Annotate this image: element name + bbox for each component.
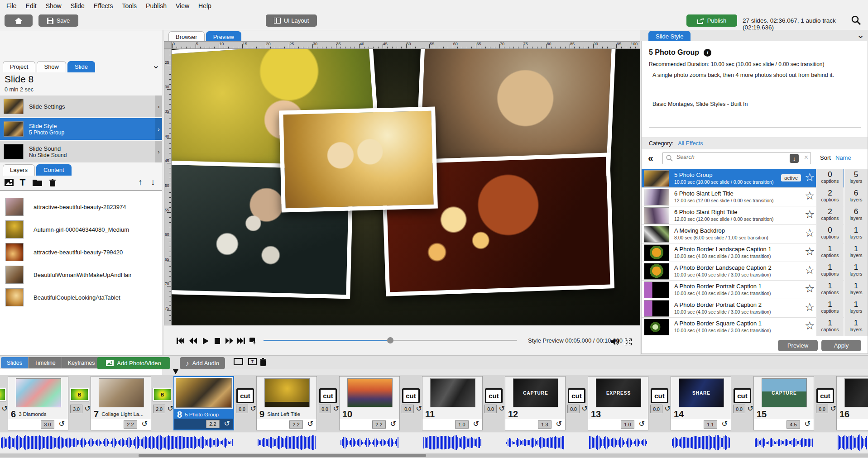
transition-duration-value[interactable]: 0.0 [567, 405, 580, 413]
favorite-star-icon[interactable]: ☆ [805, 208, 815, 221]
timeline-slide-14[interactable]: SHARE141.1↺ [671, 376, 731, 430]
delete-layer-icon[interactable] [47, 177, 58, 188]
slide-duration-value[interactable]: 1.0 [455, 420, 469, 429]
timeline-transition[interactable]: cut0.0↺ [731, 375, 753, 430]
menu-item-file[interactable]: File [2, 2, 21, 10]
preview-canvas[interactable] [172, 49, 640, 325]
timeline-slide-9[interactable]: 9Slant Left Title2.2↺ [256, 376, 317, 430]
favorite-star-icon[interactable]: ☆ [805, 282, 815, 295]
reset-transition-icon[interactable]: ↺ [830, 404, 836, 413]
tab-show[interactable]: Show [37, 61, 66, 72]
skip-end-button[interactable] [235, 335, 246, 346]
collage-photo-couple-tablet[interactable] [279, 107, 438, 213]
menu-item-view[interactable]: View [171, 2, 194, 10]
transition-duration-value[interactable]: 0.0 [650, 405, 662, 413]
favorite-star-icon[interactable]: ☆ [805, 189, 815, 202]
timeline-transition[interactable]: cut0.0↺ [234, 375, 256, 430]
timeline-transition[interactable]: cut0.0↺ [814, 375, 836, 430]
slide-setting-item[interactable]: Slide SoundNo Slide Sound› [0, 141, 162, 162]
timeline-slide-11[interactable]: 111.0↺ [422, 376, 483, 430]
info-icon[interactable]: i [704, 49, 711, 57]
setting-expand-icon[interactable]: › [155, 118, 162, 140]
setting-expand-icon[interactable]: › [155, 95, 162, 117]
reset-duration-icon[interactable]: ↺ [142, 420, 148, 428]
timeline-slide-8[interactable]: 85 Photo Group2.2↺ [173, 376, 234, 430]
reset-duration-icon[interactable]: ↺ [307, 420, 313, 428]
reset-transition-icon[interactable]: ↺ [665, 404, 671, 413]
publish-button[interactable]: Publish [686, 14, 737, 27]
reset-transition-icon[interactable]: ↺ [582, 404, 588, 413]
play-button[interactable] [200, 335, 211, 346]
add-audio-button[interactable]: ♪ Add Audio [180, 357, 225, 369]
transition-duration-value[interactable]: 0.0 [319, 405, 331, 413]
skip-start-button[interactable] [175, 335, 186, 346]
slide-duration-value[interactable]: 2.2 [289, 420, 303, 429]
view-tab-slides[interactable]: Slides [1, 357, 29, 368]
reset-duration-icon[interactable]: ↺ [722, 420, 728, 428]
favorite-star-icon[interactable]: ☆ [805, 245, 815, 258]
delete-slide-icon[interactable] [260, 358, 266, 366]
slide-duration-value[interactable]: 2.2 [206, 420, 220, 428]
slide-duration-value[interactable]: 1.1 [704, 420, 717, 429]
timeline-scrollbar-thumb[interactable] [139, 454, 426, 457]
timeline-transition[interactable]: cut0.0↺ [483, 375, 505, 430]
transition-duration-value[interactable]: 0.0 [733, 405, 745, 413]
fast-forward-button[interactable] [224, 335, 235, 346]
effect-row[interactable]: A Moving Backdrop8.00 sec (6.00 sec slid… [642, 225, 868, 243]
effect-row[interactable]: 5 Photo Group10.00 sec (10.00 sec slide … [642, 169, 868, 188]
preview-seek-slider[interactable] [264, 340, 517, 341]
move-layer-up-icon[interactable]: ↑ [135, 177, 146, 188]
save-button[interactable]: Save [38, 14, 78, 27]
render-preview-button[interactable] [247, 335, 258, 346]
slide-duration-value[interactable]: 2.2 [124, 420, 137, 429]
search-download-icon[interactable]: ↓ [790, 154, 799, 163]
menu-item-tools[interactable]: Tools [117, 2, 141, 10]
reset-transition-icon[interactable]: ↺ [416, 404, 422, 413]
preview-style-button[interactable]: Preview [778, 340, 818, 351]
collapse-list-icon[interactable]: « [648, 153, 653, 163]
audio-waveform[interactable] [0, 433, 868, 453]
ui-layout-button[interactable]: UI Layout [266, 14, 317, 27]
transition-duration-value[interactable]: 3.0 [70, 405, 82, 413]
reset-transition-icon[interactable]: ↺ [168, 404, 173, 413]
favorite-star-icon[interactable]: ☆ [805, 319, 815, 332]
timeline-slide-15[interactable]: CAPTURE154.5↺ [753, 376, 814, 430]
timeline-transition[interactable]: B3.0↺ [68, 375, 91, 430]
timeline-slide-16[interactable]: 16 [836, 376, 868, 430]
favorite-star-icon[interactable]: ☆ [805, 171, 815, 184]
setting-expand-icon[interactable]: › [155, 141, 162, 162]
effect-row[interactable]: A Photo Border Square Caption 110.00 sec… [642, 318, 868, 336]
sort-value-link[interactable]: Name [835, 154, 851, 161]
favorite-star-icon[interactable]: ☆ [805, 226, 815, 239]
tab-project[interactable]: Project [3, 61, 35, 72]
tab-slide[interactable]: Slide [67, 61, 95, 72]
tab-layers[interactable]: Layers [3, 164, 35, 176]
timeline-scrollbar[interactable] [0, 453, 868, 458]
rewind-button[interactable] [187, 335, 198, 346]
menu-item-publish[interactable]: Publish [141, 2, 171, 10]
favorite-star-icon[interactable]: ☆ [805, 301, 815, 314]
slide-duration-value[interactable]: 2.2 [372, 420, 386, 429]
content-file-row[interactable]: attractive-beautiful-beauty-799420 [0, 241, 162, 263]
reset-transition-icon[interactable]: ↺ [748, 404, 753, 413]
timeline-transition[interactable]: cut0.0↺ [400, 375, 422, 430]
menu-item-show[interactable]: Show [41, 2, 66, 10]
category-value-link[interactable]: All Effects [678, 140, 703, 147]
stop-button[interactable] [212, 335, 223, 346]
transition-duration-value[interactable]: 0.0 [816, 405, 828, 413]
reset-transition-icon[interactable]: ↺ [2, 404, 8, 413]
mute-button[interactable] [610, 336, 621, 347]
reset-duration-icon[interactable]: ↺ [639, 420, 645, 428]
effect-row[interactable]: A Photo Border Portrait Caption 210.00 s… [642, 299, 868, 318]
transition-duration-value[interactable]: 0.0 [402, 405, 414, 413]
timeline-slide-10[interactable]: 102.2↺ [339, 376, 400, 430]
search-clear-icon[interactable]: × [804, 153, 808, 162]
style-panel-collapse-icon[interactable]: ⌄ [857, 33, 864, 37]
browse-folder-icon[interactable] [32, 177, 43, 188]
menu-item-edit[interactable]: Edit [21, 2, 41, 10]
effect-row[interactable]: A Photo Border Landscape Caption 210.00 … [642, 262, 868, 281]
add-text-layer-icon[interactable]: T [17, 177, 28, 188]
add-title-slide-icon[interactable]: T [248, 358, 257, 365]
effects-search-input[interactable] [676, 154, 781, 160]
slide-setting-item[interactable]: Slide Settings› [0, 95, 162, 117]
